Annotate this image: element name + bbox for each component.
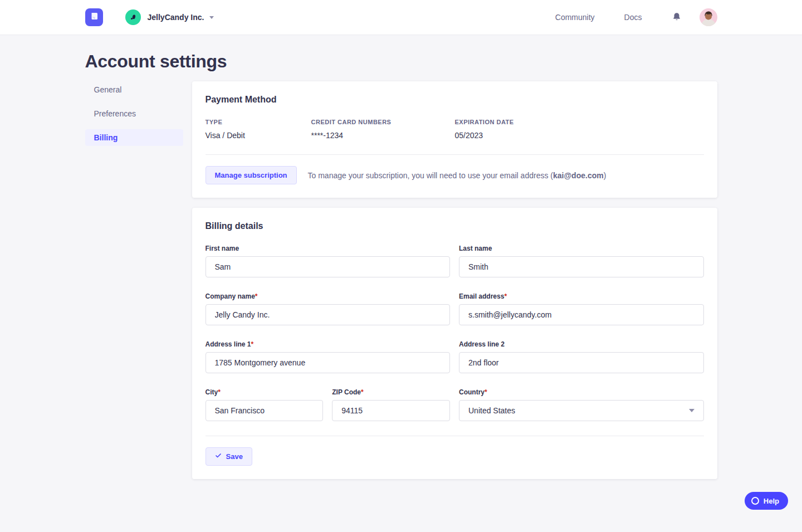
address-line-2-label: Address line 2 — [459, 340, 704, 348]
payment-card-number-value: ****-1234 — [311, 131, 455, 140]
strapi-logo[interactable] — [85, 8, 103, 26]
required-asterisk: * — [255, 292, 258, 300]
top-navbar: JellyCandy Inc. Community Docs — [0, 0, 802, 35]
payment-card-number-column: CREDIT CARD NUMBERS ****-1234 — [311, 119, 455, 140]
main-content: Account settings General Preferences Bil… — [85, 35, 717, 479]
required-asterisk: * — [218, 388, 221, 396]
billing-details-card: Billing details First name Last name — [192, 208, 717, 479]
required-asterisk: * — [361, 388, 364, 396]
payment-method-title: Payment Method — [206, 95, 704, 105]
help-circle-icon — [751, 497, 759, 505]
country-select[interactable]: United States — [459, 400, 704, 421]
sidebar-item-preferences[interactable]: Preferences — [85, 105, 183, 122]
required-asterisk: * — [485, 388, 487, 396]
payment-method-card: Payment Method TYPE Visa / Debit CREDIT … — [192, 81, 717, 198]
country-field-group: Country* United States — [459, 388, 704, 421]
subscription-email: kai@doe.com — [553, 171, 604, 180]
sidebar-item-billing[interactable]: Billing — [85, 129, 183, 146]
country-select-value: United States — [468, 406, 515, 415]
bell-icon — [672, 12, 682, 23]
email-address-label: Email address* — [459, 292, 704, 300]
company-name-input[interactable] — [206, 304, 451, 325]
user-avatar[interactable] — [700, 8, 717, 26]
sidebar-item-general[interactable]: General — [85, 81, 183, 98]
address-line-2-input[interactable] — [459, 352, 704, 373]
city-input[interactable] — [206, 400, 324, 421]
city-label: City* — [206, 388, 324, 396]
org-name: JellyCandy Inc. — [148, 13, 204, 22]
email-address-input[interactable] — [459, 304, 704, 325]
zip-code-field-group: ZIP Code* — [332, 388, 450, 421]
notifications-button[interactable] — [672, 12, 682, 23]
required-asterisk: * — [504, 292, 507, 300]
help-button[interactable]: Help — [745, 492, 788, 510]
org-switcher[interactable]: JellyCandy Inc. — [125, 9, 214, 25]
payment-card-divider — [206, 154, 704, 155]
chevron-down-icon — [209, 16, 214, 19]
page-title: Account settings — [85, 35, 717, 72]
zip-code-label: ZIP Code* — [332, 388, 450, 396]
payment-type-value: Visa / Debit — [206, 131, 311, 140]
manage-subscription-note: To manage your subscription, you will ne… — [308, 171, 607, 180]
org-avatar — [125, 9, 141, 25]
chevron-down-icon — [689, 409, 695, 412]
last-name-field-group: Last name — [459, 245, 704, 277]
payment-card-number-label: CREDIT CARD NUMBERS — [311, 119, 455, 125]
nav-link-community[interactable]: Community — [555, 13, 595, 22]
first-name-field-group: First name — [206, 245, 451, 277]
payment-type-column: TYPE Visa / Debit — [206, 119, 311, 140]
first-name-input[interactable] — [206, 256, 451, 277]
save-button[interactable]: Save — [206, 447, 252, 466]
billing-details-title: Billing details — [206, 221, 704, 231]
company-name-label: Company name* — [206, 292, 451, 300]
check-icon — [215, 452, 222, 461]
settings-sidebar: General Preferences Billing — [85, 81, 183, 153]
required-asterisk: * — [251, 340, 254, 348]
payment-expiration-label: EXPIRATION DATE — [455, 119, 704, 125]
address-line-1-label: Address line 1* — [206, 340, 451, 348]
country-label: Country* — [459, 388, 704, 396]
last-name-input[interactable] — [459, 256, 704, 277]
last-name-label: Last name — [459, 245, 704, 252]
email-address-field-group: Email address* — [459, 292, 704, 325]
payment-expiration-column: EXPIRATION DATE 05/2023 — [455, 119, 704, 140]
strapi-logo-icon — [89, 11, 99, 23]
first-name-label: First name — [206, 245, 451, 252]
billing-card-divider — [206, 436, 704, 436]
company-name-field-group: Company name* — [206, 292, 451, 325]
address-line-1-field-group: Address line 1* — [206, 340, 451, 373]
address-line-2-field-group: Address line 2 — [459, 340, 704, 373]
payment-expiration-value: 05/2023 — [455, 131, 704, 140]
address-line-1-input[interactable] — [206, 352, 451, 373]
nav-link-docs[interactable]: Docs — [624, 13, 642, 22]
manage-subscription-button[interactable]: Manage subscription — [206, 166, 297, 184]
city-field-group: City* — [206, 388, 324, 421]
zip-code-input[interactable] — [332, 400, 450, 421]
payment-type-label: TYPE — [206, 119, 311, 125]
